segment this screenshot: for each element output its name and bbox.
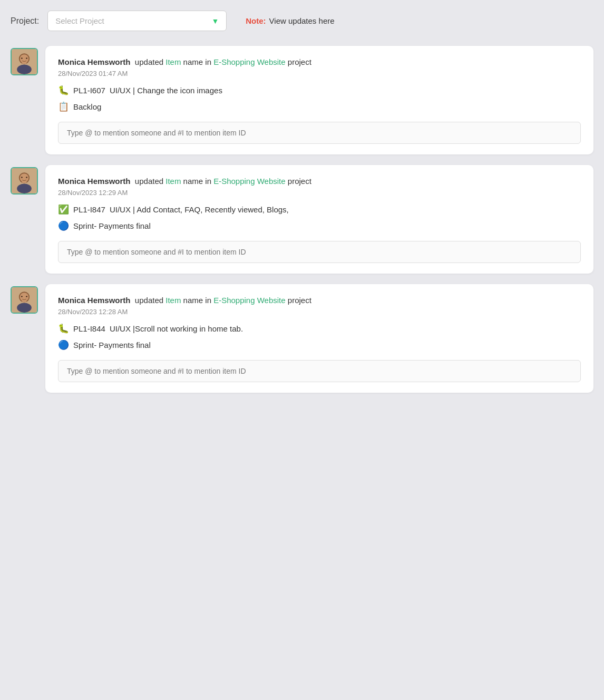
project-select-dropdown[interactable]: Select Project ▼ (47, 11, 227, 31)
backlog-icon: 📋 (58, 101, 69, 112)
chevron-down-icon: ▼ (211, 17, 219, 25)
comment-input[interactable] (58, 360, 581, 382)
item-type-link[interactable]: Item (165, 177, 181, 186)
activity-card: Monica Hemsworth updated Item name in E-… (45, 165, 593, 274)
item-id[interactable]: PL1-I607 (73, 86, 105, 95)
project-link[interactable]: E-Shopping Website (213, 177, 285, 186)
timestamp: 28/Nov/2023 12:28 AM (58, 308, 581, 316)
card-header: Monica Hemsworth updated Item name in E-… (58, 295, 581, 306)
status-text: Sprint- Payments final (73, 341, 151, 349)
item-description: UI/UX |Scroll not working in home tab. (110, 324, 243, 333)
activity-feed: Monica Hemsworth updated Item name in E-… (11, 46, 593, 393)
feed-item: Monica Hemsworth updated Item name in E-… (11, 46, 593, 154)
sprint-icon: 🔵 (58, 339, 69, 351)
user-name: Monica Hemsworth (58, 57, 131, 66)
status-row: 📋 Backlog (58, 101, 581, 112)
item-row: ✅ PL1-I847 UI/UX | Add Contact, FAQ, Rec… (58, 204, 581, 215)
comment-input[interactable] (58, 241, 581, 263)
card-header: Monica Hemsworth updated Item name in E-… (58, 176, 581, 187)
user-name: Monica Hemsworth (58, 177, 131, 186)
timestamp: 28/Nov/2023 01:47 AM (58, 70, 581, 77)
comment-input[interactable] (58, 122, 581, 144)
project-link[interactable]: E-Shopping Website (213, 57, 285, 66)
note-text: View updates here (269, 16, 335, 25)
item-id[interactable]: PL1-I847 (73, 205, 105, 214)
user-name: Monica Hemsworth (58, 296, 131, 305)
project-select-placeholder: Select Project (55, 16, 104, 25)
project-label: Project: (11, 16, 39, 26)
item-description: UI/UX | Change the icon images (110, 86, 222, 95)
bug-icon: 🐛 (58, 85, 69, 96)
svg-rect-15 (12, 168, 37, 193)
page-header: Project: Select Project ▼ Note: View upd… (11, 8, 593, 33)
avatar (11, 286, 38, 314)
status-row: 🔵 Sprint- Payments final (58, 220, 581, 231)
timestamp: 28/Nov/2023 12:29 AM (58, 189, 581, 197)
item-type-link[interactable]: Item (165, 296, 181, 305)
activity-card: Monica Hemsworth updated Item name in E-… (45, 284, 593, 393)
item-id[interactable]: PL1-I844 (73, 324, 105, 333)
note-label: Note: (246, 16, 266, 25)
item-row: 🐛 PL1-I607 UI/UX | Change the icon image… (58, 85, 581, 96)
card-header: Monica Hemsworth updated Item name in E-… (58, 56, 581, 67)
avatar (11, 167, 38, 195)
feed-item: Monica Hemsworth updated Item name in E-… (11, 165, 593, 274)
sprint-icon: 🔵 (58, 220, 69, 231)
bug-icon: 🐛 (58, 323, 69, 334)
check-circle-icon: ✅ (58, 204, 69, 215)
activity-card: Monica Hemsworth updated Item name in E-… (45, 46, 593, 154)
note-area: Note: View updates here (246, 16, 334, 25)
status-row: 🔵 Sprint- Payments final (58, 339, 581, 351)
feed-item: Monica Hemsworth updated Item name in E-… (11, 284, 593, 393)
item-type-link[interactable]: Item (165, 57, 181, 66)
svg-rect-7 (12, 49, 37, 74)
avatar (11, 48, 38, 75)
status-text: Backlog (73, 102, 101, 111)
item-description: UI/UX | Add Contact, FAQ, Recently viewe… (110, 205, 289, 214)
svg-rect-23 (12, 287, 37, 313)
status-text: Sprint- Payments final (73, 221, 151, 230)
item-row: 🐛 PL1-I844 UI/UX |Scroll not working in … (58, 323, 581, 334)
project-link[interactable]: E-Shopping Website (213, 296, 285, 305)
